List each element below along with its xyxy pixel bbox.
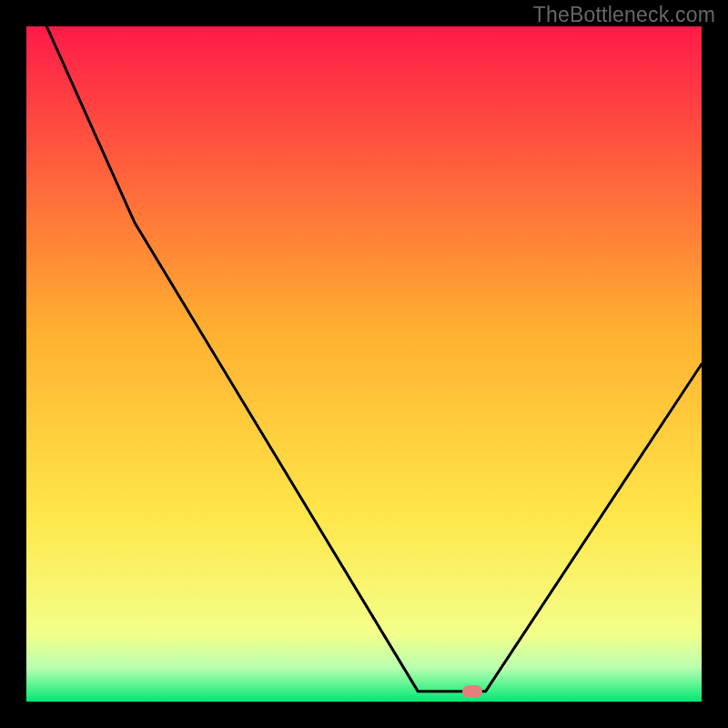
watermark-text: TheBottleneck.com	[533, 3, 715, 27]
optimal-marker	[462, 685, 482, 698]
chart-container: TheBottleneck.com	[0, 0, 728, 728]
gradient-rect	[26, 26, 702, 702]
chart-background	[26, 26, 702, 702]
